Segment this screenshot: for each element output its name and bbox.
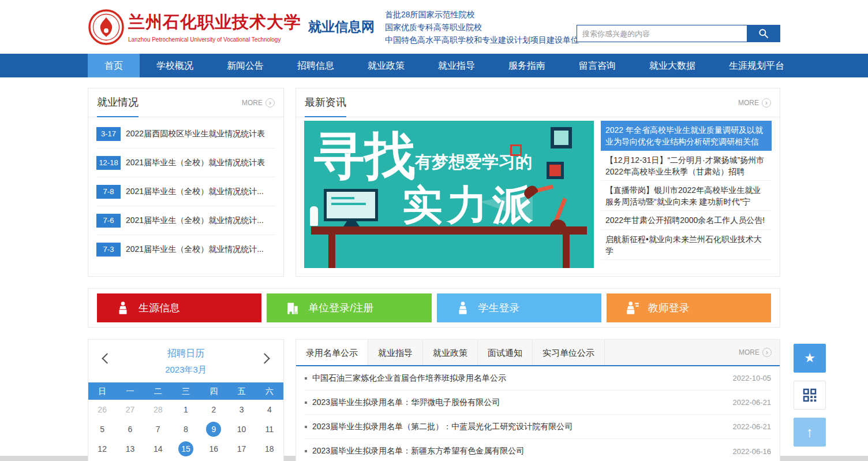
announcement-tabs: 录用名单公示 就业指导 就业政策 面试通知 实习单位公示 MORE › <box>296 340 780 366</box>
calendar-day[interactable]: 22 <box>172 459 200 461</box>
announcement-item[interactable]: 2023届毕业生拟录用名单：新疆东方希望有色金属有限公司 2022-06-16 <box>305 439 771 461</box>
news-banner[interactable]: 寻找 有梦想爱学习的 实力派 <box>304 121 594 268</box>
calendar-day[interactable]: 2 <box>200 400 227 419</box>
announcement-title: 2023届毕业生拟录用名单：华羿微电子股份有限公司 <box>312 397 500 408</box>
announcement-title: 2023届毕业生拟录用名单：新疆东方希望有色金属有限公司 <box>312 446 524 456</box>
calendar-day[interactable]: 5 <box>88 419 116 439</box>
calendar-day[interactable]: 10 <box>227 419 255 439</box>
announcement-date: 2022-06-16 <box>726 447 772 456</box>
qr-code-button[interactable] <box>794 381 826 410</box>
announcement-title: 2023届毕业生拟录用名单（第二批）：中蓝晨光化工研究设计院有限公司 <box>312 422 573 432</box>
site-header: 兰州石化职业技术大学 Lanzhou Petrochemical Univers… <box>0 0 868 54</box>
search-button[interactable] <box>747 25 780 42</box>
nav-item-guidance[interactable]: 就业指导 <box>421 54 492 77</box>
news-item[interactable]: 【12月12-31日】“二分明月·才聚扬城”扬州市2022年高校毕业生秋季（甘肃… <box>601 151 772 181</box>
calendar-day[interactable]: 8 <box>172 419 200 439</box>
calendar-day[interactable]: 1 <box>172 400 200 419</box>
calendar-day-number: 8 <box>178 422 193 437</box>
nav-item-feedback[interactable]: 留言咨询 <box>562 54 633 77</box>
calendar-day[interactable]: 3 <box>227 400 255 419</box>
nav-item-news[interactable]: 新闻公告 <box>210 54 280 77</box>
calendar-day-number: 11 <box>262 422 277 437</box>
calendar-day[interactable]: 7 <box>144 419 172 439</box>
nav-item-school-overview[interactable]: 学校概况 <box>140 54 210 77</box>
calendar-day[interactable]: 25 <box>256 459 283 461</box>
more-label: MORE <box>738 99 759 107</box>
calendar-day[interactable]: 11 <box>256 419 283 439</box>
calendar-day[interactable]: 17 <box>227 439 255 459</box>
calendar-day[interactable]: 20 <box>116 459 144 461</box>
back-to-top-button[interactable]: ↑ <box>794 418 826 447</box>
calendar-day-highlighted[interactable]: 15 <box>172 439 200 459</box>
news-panel: 最新资讯 MORE › 寻找 有梦想爱学习的 实力派 <box>295 88 780 277</box>
news-item-highlighted[interactable]: 2022 年全省高校毕业生就业质量调研及以就业为导向优化专业结构分析研究调研相关… <box>601 121 772 151</box>
teacher-login-button[interactable]: 教师登录 <box>607 293 771 322</box>
wall-frame-icon <box>510 144 522 156</box>
speaker-icon <box>310 206 318 226</box>
nav-item-bigdata[interactable]: 就业大数据 <box>633 54 712 77</box>
quick-links-panel: 生源信息 单位登录/注册 学生登录 教师登录 <box>88 288 780 328</box>
qr-code-icon <box>801 386 818 404</box>
calendar-day[interactable]: 18 <box>256 439 283 459</box>
weekday-label: 二 <box>144 382 172 400</box>
announcement-item[interactable]: 2023届毕业生拟录用名单：华羿微电子股份有限公司 2022-06-21 <box>305 391 771 415</box>
news-item[interactable]: 2022年甘肃公开招聘2000余名工作人员公告! <box>601 211 772 230</box>
calendar-day[interactable]: 14 <box>144 439 172 459</box>
nav-item-recruitment[interactable]: 招聘信息 <box>280 54 351 77</box>
news-item[interactable]: 【直播带岗】银川市2022年高校毕业生就业服务周活动暨“就业向未来 建功新时代”… <box>601 181 772 211</box>
honors-block: 首批28所国家示范性院校 国家优质专科高等职业院校 中国特色高水平高职学校和专业… <box>385 8 579 46</box>
calendar-day-number: 5 <box>95 422 110 437</box>
student-source-button[interactable]: 生源信息 <box>97 293 261 322</box>
calendar-day-number: 16 <box>206 441 221 456</box>
calendar-day[interactable]: 13 <box>116 439 144 459</box>
quick-button-label: 单位登录/注册 <box>308 301 373 315</box>
nav-item-home[interactable]: 首页 <box>88 54 140 77</box>
nav-item-service-guide[interactable]: 服务指南 <box>492 54 562 77</box>
tab-guidance[interactable]: 就业指导 <box>368 340 423 365</box>
weekday-label: 六 <box>256 382 283 400</box>
calendar-day[interactable]: 16 <box>200 439 227 459</box>
calendar-day-number: 26 <box>95 402 110 417</box>
university-name-cn: 兰州石化职业技术大学 <box>128 11 301 34</box>
calendar-day-highlighted[interactable]: 21 <box>144 459 172 461</box>
tab-policy[interactable]: 就业政策 <box>423 340 478 365</box>
calendar-weekday-row: 日 一 二 三 四 五 六 <box>88 382 283 400</box>
calendar-day[interactable]: 6 <box>116 419 144 439</box>
nav-item-policy[interactable]: 就业政策 <box>351 54 421 77</box>
announcement-item[interactable]: 中国石油三家炼化企业首届合作培养班拟录用名单公示 2022-10-05 <box>305 366 771 391</box>
calendar-day[interactable]: 12 <box>88 439 116 459</box>
employment-panel: 就业情况 MORE › 3-17 2022届西固校区毕业生就业情况统计表 12-… <box>88 88 284 277</box>
student-login-button[interactable]: 学生登录 <box>437 293 601 322</box>
employment-list-item[interactable]: 12-18 2021届毕业生（全校）就业情况统计表 <box>96 148 275 177</box>
favorite-button[interactable]: ★ <box>794 344 826 373</box>
employer-login-button[interactable]: 单位登录/注册 <box>267 293 431 322</box>
employment-list-item[interactable]: 7-6 2021届毕业生（全校）就业情况统计... <box>96 206 275 235</box>
calendar-day[interactable]: 4 <box>256 400 283 419</box>
quick-button-label: 教师登录 <box>648 301 690 315</box>
weekday-label: 日 <box>88 382 116 400</box>
tab-interview-notice[interactable]: 面试通知 <box>478 340 533 365</box>
announcements-more-link[interactable]: MORE › <box>739 348 780 357</box>
employment-list-item[interactable]: 7-3 2021届毕业生（全校）就业情况统计... <box>96 235 275 264</box>
arrow-right-icon: › <box>762 98 771 107</box>
nav-item-career-planning[interactable]: 生涯规划平台 <box>712 54 801 77</box>
calendar-day[interactable]: 19 <box>88 459 116 461</box>
calendar-day[interactable]: 28 <box>144 400 172 419</box>
tab-internship-units[interactable]: 实习单位公示 <box>533 340 605 365</box>
news-more-link[interactable]: MORE › <box>738 98 771 107</box>
employment-more-link[interactable]: MORE › <box>242 98 275 107</box>
calendar-day-highlighted[interactable]: 9 <box>200 419 227 439</box>
calendar-day[interactable]: 27 <box>116 400 144 419</box>
tab-hiring-list[interactable]: 录用名单公示 <box>296 340 368 365</box>
news-item[interactable]: 启航新征程•就业向未来兰州石化职业技术大学 <box>601 230 772 260</box>
recruitment-calendar-panel: 招聘日历 2023年3月 日 一 二 三 四 五 六 26 27 28 1 2 … <box>88 339 284 461</box>
calendar-day[interactable]: 23 <box>200 459 227 461</box>
employment-list-item[interactable]: 7-8 2021届毕业生（全校）就业情况统计... <box>96 177 275 206</box>
search-input[interactable] <box>577 25 747 42</box>
calendar-day[interactable]: 24 <box>227 459 255 461</box>
student-icon <box>455 300 470 315</box>
person-podium-icon <box>115 300 130 315</box>
calendar-day[interactable]: 26 <box>88 400 116 419</box>
employment-list-item[interactable]: 3-17 2022届西固校区毕业生就业情况统计表 <box>96 120 275 148</box>
announcement-item[interactable]: 2023届毕业生拟录用名单（第二批）：中蓝晨光化工研究设计院有限公司 2022-… <box>305 415 771 439</box>
